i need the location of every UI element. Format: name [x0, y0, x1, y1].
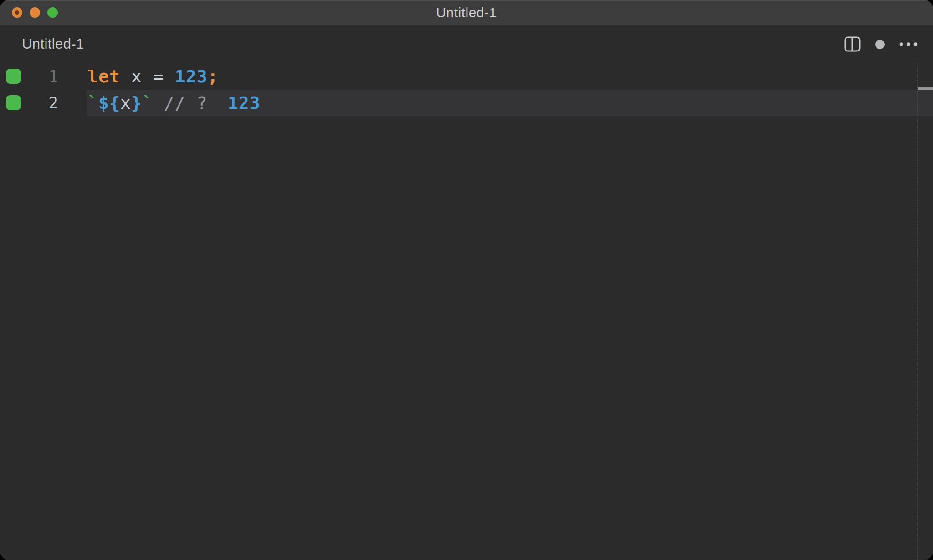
modified-indicator-dot-icon [15, 10, 19, 15]
traffic-lights [12, 0, 58, 25]
token-foreground [142, 66, 153, 87]
token-interpolation: } [131, 93, 142, 113]
minimize-button[interactable] [30, 7, 40, 18]
zoom-button[interactable] [47, 7, 58, 18]
code-text[interactable]: `${x}` // ?123 [87, 90, 261, 116]
token-string: ` [87, 93, 98, 113]
token-keyword: let [87, 66, 120, 87]
token-comment: ? [197, 93, 208, 113]
token-foreground [186, 93, 197, 113]
header-actions [844, 25, 918, 63]
code-line[interactable]: 1let x = 123; [0, 63, 933, 90]
code-lines: 1let x = 123;2`${x}` // ?123 [0, 63, 933, 116]
quokka-inline-value: 123 [228, 93, 261, 113]
more-actions-icon[interactable] [899, 42, 918, 46]
token-foreground: x [120, 93, 131, 113]
code-text[interactable]: let x = 123; [87, 63, 219, 90]
editor[interactable]: 1let x = 123;2`${x}` // ?123 [0, 63, 933, 560]
line-number: 1 [0, 63, 58, 90]
split-editor-icon[interactable] [844, 36, 861, 52]
window-title: Untitled-1 [436, 5, 497, 20]
close-button[interactable] [12, 7, 22, 18]
token-foreground [153, 93, 164, 113]
token-number: 123 [175, 66, 208, 87]
token-string: ` [142, 93, 153, 113]
token-comment: // [164, 93, 186, 113]
overview-ruler-scrollbar[interactable] [917, 63, 933, 560]
ruler-cursor-marker [918, 87, 933, 90]
titlebar: Untitled-1 [0, 0, 933, 25]
tab-label[interactable]: Untitled-1 [22, 36, 84, 52]
line-number: 2 [0, 90, 58, 116]
app-window: Untitled-1 Untitled-1 [0, 0, 933, 560]
token-foreground: = [153, 66, 164, 87]
token-foreground [164, 66, 175, 87]
modified-dot-icon[interactable] [875, 39, 885, 50]
token-foreground: x [131, 66, 142, 87]
token-keyword: ; [208, 66, 219, 87]
token-interpolation: ${ [98, 93, 120, 113]
token-foreground [120, 66, 131, 87]
editor-header: Untitled-1 [0, 25, 933, 63]
code-line[interactable]: 2`${x}` // ?123 [0, 90, 933, 116]
